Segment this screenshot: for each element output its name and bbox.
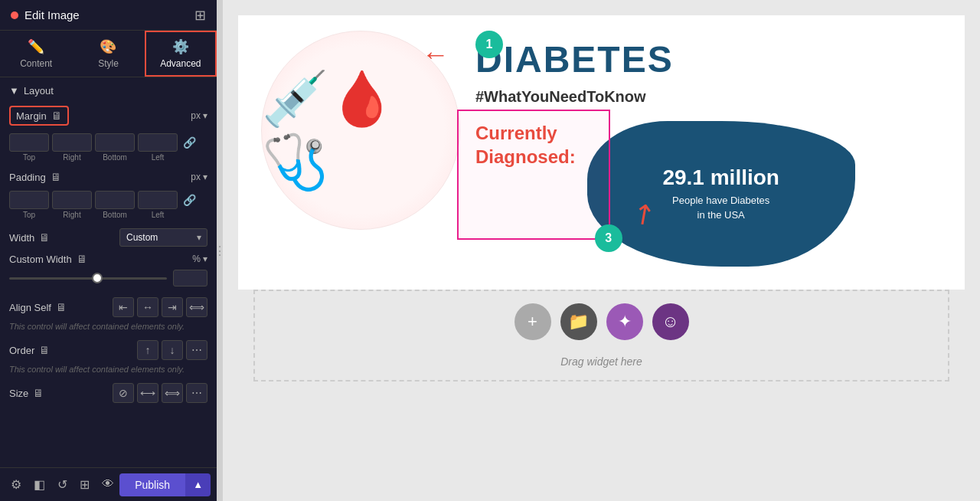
diabetes-title: DIABETES [475,38,855,80]
margin-labels: Top Right Bottom Left [9,153,207,162]
arrow-1-icon: ← [422,38,449,70]
order-down-btn[interactable]: ↓ [162,340,183,360]
plabel-bottom: Bottom [95,211,135,219]
grid-icon[interactable]: ⊞ [194,7,206,24]
step-2-circle: 2 [439,209,460,230]
padding-four-inputs: 🔗 [9,191,207,209]
label-bottom: Bottom [95,153,135,162]
size-label: Size 🖥 [9,387,44,399]
size-text: Size [9,388,28,399]
panel-title: Edit Image [24,8,80,21]
padding-section: Padding 🖥 px ▾ 🔗 Top Right [9,171,207,219]
padding-inputs: 🔗 Top Right Bottom Left [9,191,207,219]
stat-text: People have Diabetesin the USA [662,193,779,223]
margin-left-input[interactable]: 140 [138,133,178,152]
padding-top-input[interactable] [9,191,49,209]
diabetes-image-emoji: 💉🩸🩺 [262,67,459,193]
usa-map-area: 29.1 million People have Diabetesin the … [587,121,855,267]
traffic-lights [11,11,18,19]
width-monitor-icon: 🖥 [39,231,50,244]
padding-labels: Top Right Bottom Left [9,211,207,219]
align-buttons: ⇤ ↔ ⇥ ⟺ [113,297,207,317]
folder-widget-btn[interactable]: 📁 [560,303,597,340]
size-none-btn[interactable]: ⊘ [113,383,134,403]
size-more-btn[interactable]: ⋯ [186,383,207,403]
drag-text: Drag widget here [560,355,642,368]
plabel-left: Left [138,211,178,219]
plabel-top: Top [9,211,49,219]
tab-content-label: Content [20,58,52,69]
margin-right-input[interactable]: -220 [52,133,92,152]
align-center-btn[interactable]: ↔ [137,297,158,317]
panel-footer: ⚙ ◧ ↺ ⊞ 👁 Publish ▲ [0,467,217,501]
label-top: Top [9,153,49,162]
style-icon: 🎨 [100,38,116,55]
smiley-widget-btn[interactable]: ☺ [652,303,689,340]
align-self-note: This control will affect contained eleme… [9,322,207,331]
width-select[interactable]: Default Custom Initial Inherit [119,228,207,247]
step-1-label: 1 [486,38,493,51]
custom-width-value[interactable]: 56.80 [173,270,207,287]
align-right-btn[interactable]: ⇥ [162,297,183,317]
width-select-wrapper: Default Custom Initial Inherit [119,228,207,247]
tab-style-label: Style [98,58,119,69]
panel-divider[interactable] [217,0,223,501]
footer-history-icon[interactable]: ↺ [53,473,72,496]
custom-width-unit-selector[interactable]: % ▾ [192,254,207,264]
add-widget-btn[interactable]: + [514,303,551,340]
align-self-monitor-icon: 🖥 [56,301,67,313]
margin-top-input[interactable]: -121 [9,133,49,152]
margin-monitor-icon: 🖥 [51,110,62,122]
canvas-area: 1 ← 💉🩸🩺 2 ↗ DIABETE [223,0,980,501]
footer-settings-icon[interactable]: ⚙ [6,473,26,496]
tab-style[interactable]: 🎨 Style [72,31,144,77]
order-more-btn[interactable]: ⋯ [186,340,207,360]
custom-width-slider[interactable] [9,277,167,280]
tl-red[interactable] [11,11,18,19]
size-shrink-btn[interactable]: ⟺ [162,383,183,403]
order-label: Order 🖥 [9,344,50,356]
section-label: Layout [24,85,54,97]
footer-layers-icon[interactable]: ◧ [29,473,50,496]
margin-unit-selector[interactable]: px ▾ [191,110,207,121]
custom-width-text: Custom Width [9,254,72,265]
padding-unit-arrow: ▾ [203,172,207,182]
magic-widget-btn[interactable]: ✦ [606,303,643,340]
section-layout[interactable]: ▼ Layout [9,85,207,97]
stat-number: 29.1 million [662,165,779,190]
drag-area[interactable]: + 📁 ✦ ☺ Drag widget here [253,290,949,381]
align-left-btn[interactable]: ⇤ [113,297,134,317]
slider-row: 56.80 [9,270,207,287]
footer-icons: ⚙ ◧ ↺ ⊞ 👁 [6,473,119,496]
size-buttons: ⊘ ⟷ ⟺ ⋯ [113,383,207,403]
align-stretch-btn[interactable]: ⟺ [186,297,207,317]
footer-preview-icon[interactable]: 👁 [97,473,119,496]
tab-advanced[interactable]: ⚙️ Advanced [145,31,217,77]
footer-pages-icon[interactable]: ⊞ [75,473,94,496]
margin-link-icon[interactable]: 🔗 [181,134,198,151]
padding-left-input[interactable] [138,191,178,209]
size-row: Size 🖥 ⊘ ⟷ ⟺ ⋯ [9,383,207,403]
publish-main-btn[interactable]: Publish [119,473,185,496]
usa-map: 29.1 million People have Diabetesin the … [587,121,855,267]
size-grow-btn[interactable]: ⟷ [137,383,158,403]
margin-bottom-input[interactable]: 0 [95,133,135,152]
publish-arrow-btn[interactable]: ▲ [185,473,211,496]
step-2-label: 2 [450,216,457,230]
infographic-right: DIABETES #WhatYouNeedToKnow CurrentlyDia… [475,31,855,267]
padding-link-icon[interactable]: 🔗 [181,192,198,208]
order-up-btn[interactable]: ↑ [137,340,158,360]
padding-bottom-input[interactable] [95,191,135,209]
padding-right-input[interactable] [52,191,92,209]
step-3-circle: 3 [595,224,622,252]
margin-unit-arrow: ▾ [203,110,207,121]
custom-width-unit-arrow: ▾ [203,254,207,264]
align-self-label: Align Self 🖥 [9,301,67,313]
content-icon: ✏️ [28,38,44,55]
tab-content[interactable]: ✏️ Content [0,31,72,77]
align-self-row: Align Self 🖥 ⇤ ↔ ⇥ ⟺ [9,297,207,317]
padding-unit-selector[interactable]: px ▾ [191,172,207,182]
margin-header-row: Margin 🖥 px ▾ [9,106,207,126]
main-content: 1 ← 💉🩸🩺 2 ↗ DIABETE [223,0,980,501]
margin-label: Margin 🖥 [9,106,69,126]
